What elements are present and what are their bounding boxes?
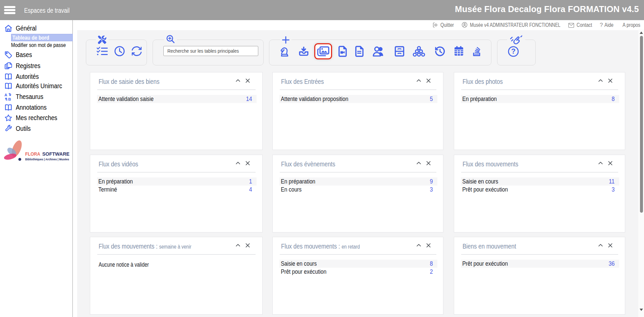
svg-text:SOFTWARE: SOFTWARE <box>42 151 69 157</box>
svg-text:Bibliothèques | Archives | Mus: Bibliothèques | Archives | Musées <box>25 158 69 161</box>
svg-text:B: B <box>8 97 11 101</box>
svg-text:FLORA: FLORA <box>25 151 40 157</box>
svg-text:A: A <box>4 93 7 97</box>
svg-text:?: ? <box>511 47 516 55</box>
